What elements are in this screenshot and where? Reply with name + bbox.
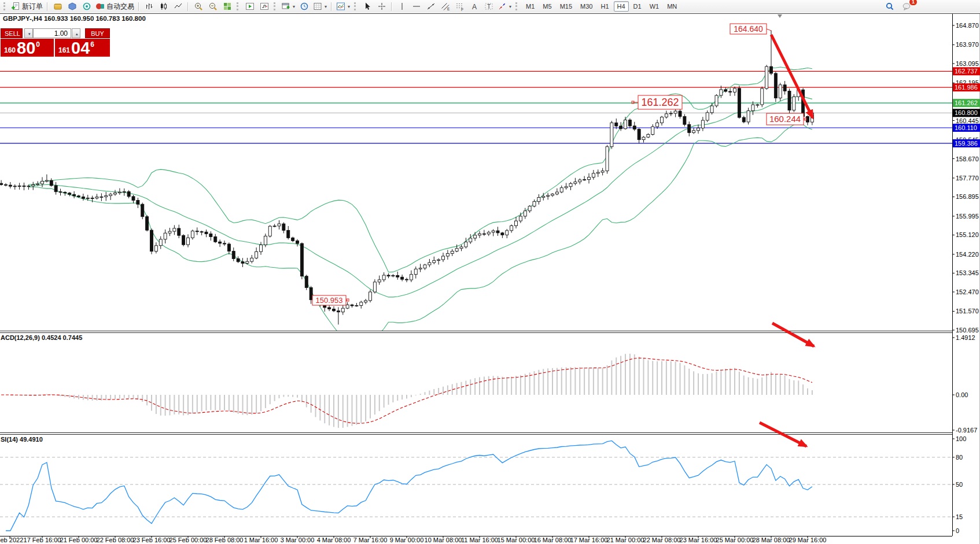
rsi-axis-label: 0 <box>956 527 959 534</box>
macd-indicator-label: ACD(12,26,9) 0.4524 0.7445 <box>1 334 82 341</box>
sell-price-display[interactable]: 160 80 0 <box>1 39 54 57</box>
buy-price-whole: 161 <box>58 46 70 54</box>
price-tick-label: 160.445 <box>956 117 979 124</box>
rsi-axis-label: 80 <box>956 454 963 461</box>
time-tick-label: 1 Mar 16:00 <box>244 536 278 543</box>
price-badge-label: 162.737 <box>955 68 978 75</box>
time-tick-label: 25 Mar 00:00 <box>716 536 754 543</box>
triangle-up-icon: ▴ <box>76 32 78 36</box>
macd-panel <box>1 354 812 428</box>
price-tick-label: 155.995 <box>956 213 979 220</box>
buy-price-pips: 04 <box>71 40 90 56</box>
price-badge-label: 161.986 <box>955 84 978 91</box>
rsi-axis-label: 100 <box>956 435 966 442</box>
trend-arrows <box>760 35 814 446</box>
annotation-text: 161.262 <box>641 97 679 108</box>
time-tick-label: 4 Mar 08:00 <box>317 536 351 543</box>
rsi-panel <box>0 441 952 531</box>
rsi-indicator-label: SI(14) 49.4910 <box>1 436 43 443</box>
time-tick-label: 3 Mar 00:00 <box>281 536 315 543</box>
macd-axis-label: -0.9167 <box>956 427 977 434</box>
time-tick-label: 17 Feb 16:00 <box>24 536 61 543</box>
price-badge-label: 159.386 <box>955 140 978 147</box>
time-tick-label: 23 Mar 16:00 <box>680 536 717 543</box>
macd-axis-label: 1.4912 <box>956 334 975 341</box>
time-tick-label: 7 Mar 16:00 <box>353 536 388 543</box>
price-tick-label: 151.570 <box>956 308 979 314</box>
time-tick-label: 23 Feb 16:00 <box>133 536 171 543</box>
price-badge-label: 160.110 <box>955 124 977 131</box>
time-tick-label: 10 Mar 08:00 <box>425 536 462 543</box>
volume-down-button[interactable]: ▾ <box>24 28 33 38</box>
price-tick-label: 154.220 <box>956 251 979 258</box>
annotation-text: 164.640 <box>734 24 763 34</box>
macd-signal-line <box>1 358 812 423</box>
sell-button[interactable]: SELL <box>1 28 23 38</box>
time-axis: Feb 202217 Feb 16:0021 Feb 00:0022 Feb 0… <box>0 536 952 544</box>
price-badge-label: 160.800 <box>955 109 978 116</box>
buy-price-point: 6 <box>90 40 94 49</box>
triangle-down-icon: ▾ <box>28 32 31 36</box>
price-tick-label: 155.120 <box>956 231 979 238</box>
buy-button[interactable]: BUY <box>85 28 110 38</box>
macd-axis-label: 0.00 <box>956 391 968 398</box>
candlestick-series <box>0 31 813 325</box>
rsi-line <box>6 441 812 531</box>
sell-price-whole: 160 <box>4 46 16 54</box>
price-tick-label: 163.970 <box>956 41 979 48</box>
price-tick-label: 157.770 <box>956 175 979 182</box>
time-tick-label: 9 Mar 00:00 <box>390 536 424 543</box>
time-tick-label: 28 Feb 08:00 <box>206 536 244 543</box>
price-level-lines <box>0 71 952 143</box>
chart-canvas[interactable]: 164.870163.970163.095162.195160.445159.5… <box>0 0 980 544</box>
price-tick-label: 152.470 <box>956 288 979 295</box>
price-tick-label: 153.345 <box>956 269 979 276</box>
panel-borders <box>0 14 980 544</box>
time-tick-label: 15 Mar 00:00 <box>498 536 535 543</box>
price-tick-label: 164.870 <box>956 22 979 29</box>
time-tick-label: 22 Mar 08:00 <box>643 536 681 543</box>
time-tick-label: 22 Feb 08:00 <box>97 536 134 543</box>
price-tick-label: 158.670 <box>956 156 979 162</box>
chart-symbol-title: GBPJPY-,H4 160.933 160.950 160.783 160.8… <box>3 15 146 22</box>
buy-price-display[interactable]: 161 04 6 <box>55 39 110 57</box>
time-tick-label: 28 Mar 08:00 <box>753 536 790 543</box>
time-tick-label: 21 Feb 00:00 <box>60 536 98 543</box>
one-click-trading-panel: SELL ▾ ▴ BUY 160 80 0 161 04 6 <box>1 28 110 57</box>
annotation-text: 160.244 <box>769 114 801 124</box>
time-tick-label: 17 Mar 16:00 <box>570 536 608 543</box>
price-tick-label: 150.695 <box>956 327 979 334</box>
volume-input[interactable] <box>33 28 71 38</box>
rsi-axis-label: 15 <box>956 513 963 520</box>
time-tick-label: 16 Mar 08:00 <box>534 536 572 543</box>
time-tick-label: 11 Mar 16:00 <box>461 536 498 543</box>
chart-annotations: 164.640161.262160.244150.953 <box>312 24 806 305</box>
rsi-axis-label: 50 <box>956 481 963 488</box>
annotation-text: 150.953 <box>316 296 343 305</box>
sell-price-pips: 80 <box>17 40 35 56</box>
volume-up-button[interactable]: ▴ <box>72 28 80 38</box>
bollinger-bands <box>28 67 812 347</box>
chart-shift-marker-icon <box>778 14 782 18</box>
time-tick-label: 29 Mar 16:00 <box>789 536 827 543</box>
time-tick-label: 21 Mar 00:00 <box>607 536 644 543</box>
price-badge-label: 161.262 <box>955 99 978 106</box>
sell-price-point: 0 <box>36 40 40 49</box>
price-tick-label: 163.095 <box>956 60 979 67</box>
time-tick-label: Feb 2022 <box>0 536 23 543</box>
time-tick-label: 25 Feb 00:00 <box>170 536 207 543</box>
price-tick-label: 156.895 <box>956 193 979 200</box>
red-trend-arrow <box>772 323 814 346</box>
mt4-window: 新订单 自动交易 ▾ ▾ ▾ E F A <box>0 0 980 544</box>
